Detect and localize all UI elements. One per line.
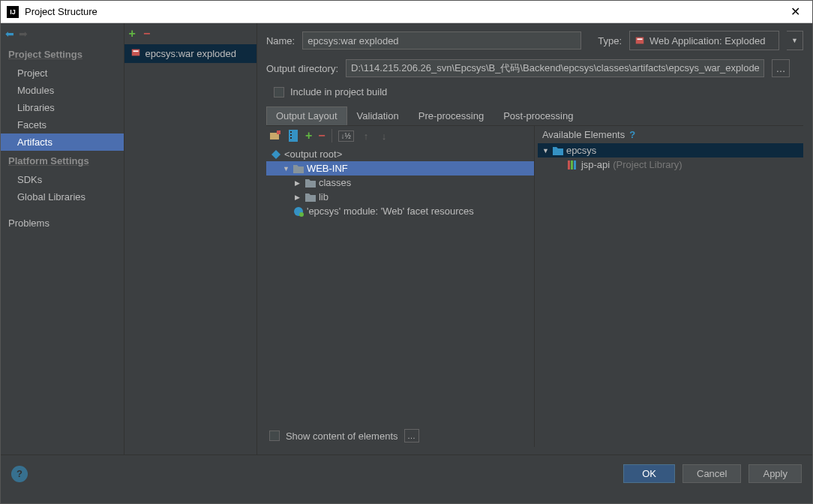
svg-rect-5 <box>277 130 280 134</box>
tree-facet-resources[interactable]: 'epcsys' module: 'Web' facet resources <box>266 204 534 218</box>
svg-rect-9 <box>290 137 292 139</box>
type-value: Web Application: Exploded <box>650 35 765 46</box>
svg-rect-15 <box>574 160 576 170</box>
available-header-label: Available Elements <box>542 129 625 140</box>
include-build-label: Include in project build <box>290 86 387 98</box>
apply-button[interactable]: Apply <box>748 464 802 483</box>
back-arrow-icon[interactable]: ⬅ <box>5 28 14 40</box>
svg-rect-7 <box>290 131 292 133</box>
svg-rect-2 <box>636 38 644 44</box>
svg-rect-3 <box>638 38 643 40</box>
available-lib-label: jsp-api <box>581 159 610 170</box>
include-build-checkbox[interactable] <box>274 87 284 98</box>
nav-sdks[interactable]: SDKs <box>1 171 124 188</box>
nav-global-libraries[interactable]: Global Libraries <box>1 188 124 206</box>
include-build-row: Include in project build <box>274 86 803 98</box>
toolbar-separator <box>332 129 332 142</box>
type-label: Type: <box>598 35 622 46</box>
available-lib-row[interactable]: jsp-api (Project Library) <box>538 158 803 172</box>
dialog-buttons: OK Cancel Apply <box>623 464 802 483</box>
show-content-row: Show content of elements … <box>266 424 534 447</box>
svg-marker-10 <box>272 150 280 159</box>
remove-item-button[interactable]: − <box>318 129 325 142</box>
sort-button[interactable]: ↓½ <box>338 130 354 142</box>
tab-validation[interactable]: Validation <box>347 106 409 125</box>
available-elements-panel: Available Elements ? epcsys jsp-api (Pro… <box>534 126 803 447</box>
window-title: Project Structure <box>25 6 784 17</box>
name-label: Name: <box>266 35 295 46</box>
section-project-settings: Project Settings <box>1 44 124 64</box>
bottom-bar: ? OK Cancel Apply <box>1 454 812 492</box>
titlebar: IJ Project Structure ✕ <box>1 1 812 23</box>
lib-label: lib <box>319 191 328 202</box>
nav-facets[interactable]: Facets <box>1 116 124 134</box>
add-artifact-button[interactable]: + <box>129 27 136 40</box>
facet-label: 'epcsys' module: 'Web' facet resources <box>307 206 474 217</box>
expand-arrow-icon[interactable] <box>542 147 550 154</box>
svg-rect-14 <box>571 160 573 170</box>
archive-icon <box>634 35 645 46</box>
show-content-checkbox[interactable] <box>269 430 280 441</box>
add-copy-button[interactable]: + <box>305 129 312 142</box>
new-archive-icon[interactable] <box>287 130 299 142</box>
browse-output-button[interactable]: … <box>772 59 790 77</box>
tree-lib[interactable]: lib <box>266 190 534 204</box>
module-folder-icon <box>553 146 563 155</box>
svg-rect-8 <box>290 134 292 136</box>
type-dropdown-button[interactable]: ▼ <box>787 31 803 50</box>
tree-web-inf[interactable]: WEB-INF <box>266 161 534 176</box>
web-inf-label: WEB-INF <box>307 163 348 174</box>
section-platform-settings: Platform Settings <box>1 151 124 171</box>
tab-pre-processing[interactable]: Pre-processing <box>409 106 494 125</box>
output-tree: <output root> WEB-INF classes <box>266 146 534 220</box>
folder-icon <box>305 193 316 202</box>
output-root-label: <output root> <box>284 148 342 160</box>
artifact-item[interactable]: epcsys:war exploded <box>124 44 256 63</box>
expand-arrow-icon[interactable] <box>295 179 302 187</box>
new-folder-icon[interactable] <box>269 130 281 142</box>
help-question-icon[interactable]: ? <box>629 129 635 140</box>
available-header: Available Elements ? <box>538 126 803 143</box>
help-button[interactable]: ? <box>11 466 28 482</box>
remove-artifact-button[interactable]: − <box>143 27 150 40</box>
expand-arrow-icon[interactable] <box>283 165 290 172</box>
nav-libraries[interactable]: Libraries <box>1 99 124 116</box>
nav-modules[interactable]: Modules <box>1 82 124 99</box>
artifact-detail-panel: Name: Type: Web Application: Exploded ▼ … <box>257 23 812 454</box>
tree-output-root[interactable]: <output root> <box>266 147 534 161</box>
move-down-icon[interactable]: ↓ <box>378 130 390 142</box>
name-input[interactable] <box>302 32 581 50</box>
expand-arrow-icon[interactable] <box>295 194 302 201</box>
nav-problems[interactable]: Problems <box>1 214 124 232</box>
nav-toolbar: ⬅ ➡ <box>1 23 124 44</box>
artifact-toolbar: + − <box>124 23 256 44</box>
cancel-button[interactable]: Cancel <box>682 464 741 483</box>
left-nav-panel: ⬅ ➡ Project Settings Project Modules Lib… <box>1 23 124 454</box>
artifact-icon <box>130 47 141 60</box>
available-project-row[interactable]: epcsys <box>538 143 803 158</box>
app-icon: IJ <box>7 6 19 18</box>
forward-arrow-icon[interactable]: ➡ <box>19 28 28 40</box>
close-icon[interactable]: ✕ <box>784 4 806 19</box>
tree-toolbar: + − ↓½ ↑ ↓ <box>266 126 534 146</box>
tab-post-processing[interactable]: Post-processing <box>494 106 583 125</box>
folder-icon <box>305 178 316 188</box>
output-dir-input[interactable] <box>346 59 764 77</box>
nav-artifacts[interactable]: Artifacts <box>1 134 124 151</box>
classes-label: classes <box>319 177 351 188</box>
svg-rect-0 <box>131 50 140 56</box>
output-dir-row: Output directory: … <box>266 59 803 77</box>
output-dir-label: Output directory: <box>266 63 338 74</box>
tree-classes[interactable]: classes <box>266 176 534 190</box>
svg-rect-1 <box>133 50 138 52</box>
move-up-icon[interactable]: ↑ <box>360 130 372 142</box>
tab-output-layout[interactable]: Output Layout <box>266 106 347 125</box>
chevron-down-icon: ▼ <box>791 37 798 44</box>
ok-button[interactable]: OK <box>623 464 675 483</box>
artifact-list-panel: + − epcsys:war exploded <box>124 23 257 454</box>
output-tree-panel: + − ↓½ ↑ ↓ <output root> WEB-INF <box>266 126 534 447</box>
type-select[interactable]: Web Application: Exploded <box>629 31 779 50</box>
name-row: Name: Type: Web Application: Exploded ▼ <box>266 31 803 50</box>
show-content-browse[interactable]: … <box>404 429 419 442</box>
nav-project[interactable]: Project <box>1 64 124 82</box>
